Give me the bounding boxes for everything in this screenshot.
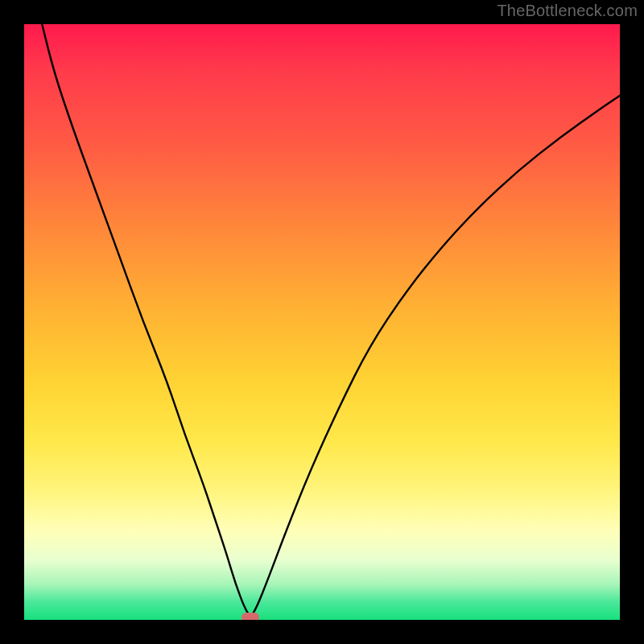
bottleneck-curve [42, 24, 620, 615]
optimum-marker [242, 613, 259, 620]
curve-svg [24, 24, 620, 620]
watermark-text: TheBottleneck.com [497, 2, 638, 20]
chart-frame: TheBottleneck.com [0, 0, 644, 644]
plot-area [24, 24, 620, 620]
